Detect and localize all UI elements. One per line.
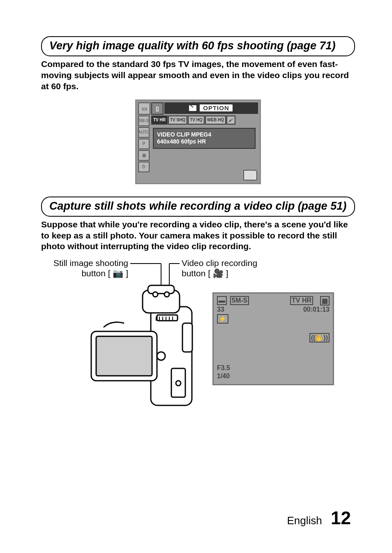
- svg-point-7: [153, 292, 158, 297]
- menu-message-line2: 640x480 60fps HR: [157, 138, 251, 146]
- osd-battery-icon: ▦: [320, 296, 330, 305]
- camera-illustration: [79, 282, 210, 414]
- svg-point-8: [164, 292, 169, 297]
- menu-message-line1: VIDEO CLIP MPEG4: [157, 131, 251, 139]
- side-item-4: ⏱: [138, 162, 150, 172]
- menu-tab-1: ▭: [138, 102, 150, 115]
- page-footer: English 12: [287, 508, 351, 528]
- wrench-icon: [189, 105, 196, 111]
- svg-rect-15: [157, 315, 178, 321]
- section-body-2: Suppose that while you're recording a vi…: [41, 219, 355, 252]
- side-item-3: ▦: [138, 150, 150, 161]
- osd-shutter: 1/40: [217, 373, 230, 380]
- osd-stabilizer-icon: ((🖐)): [309, 333, 330, 342]
- section-heading-2: Capture still shots while recording a vi…: [41, 197, 355, 217]
- osd-time: 00:01:13: [303, 306, 330, 313]
- svg-rect-11: [96, 336, 152, 376]
- mode-chip-0: TV HR: [151, 116, 168, 125]
- option-label: OPTION: [199, 104, 233, 112]
- svg-point-14: [176, 381, 181, 386]
- footer-language: English: [287, 514, 322, 527]
- svg-rect-9: [182, 323, 192, 352]
- osd-count: 33: [217, 306, 224, 313]
- svg-point-12: [157, 352, 165, 360]
- osd-tvhr: TV HR: [290, 296, 313, 305]
- side-item-2: P: [138, 139, 150, 149]
- footer-page-number: 12: [331, 508, 351, 528]
- section-body-1: Compared to the standard 30 fps TV image…: [41, 59, 355, 92]
- recording-osd: ▬ 5M-S 33 ⚡ TV HR ▦ 00:01:13 ((🖐)) F3.5 …: [212, 292, 334, 385]
- menu-tab-2: ▯: [151, 102, 164, 115]
- camera-menu-screenshot: ▭ ▯ OPTION 5M-S AUTO P ▦ ⏱ TV HR TV SHQ …: [135, 99, 261, 184]
- osd-aperture: F3.5: [217, 364, 230, 372]
- mode-chip-1: TV SHQ: [168, 116, 187, 125]
- svg-rect-6: [148, 285, 174, 294]
- mode-chip-3: WEB HQ: [205, 116, 226, 125]
- side-item-0: 5M-S: [138, 116, 150, 126]
- osd-card-icon: ▬: [217, 296, 227, 305]
- card-icon: [243, 170, 257, 180]
- mode-chip-4: 🎤: [226, 116, 235, 125]
- camera-diagram: Still image shootingbutton [ 📷 ] Video c…: [42, 259, 354, 416]
- menu-message: VIDEO CLIP MPEG4 640x480 60fps HR: [153, 128, 256, 149]
- osd-mode: 5M-S: [230, 296, 249, 305]
- osd-flash-icon: ⚡: [217, 314, 228, 324]
- mode-chip-2: TV HQ: [188, 116, 205, 125]
- section-heading-1: Very high image quality with 60 fps shoo…: [41, 36, 355, 56]
- menu-tab-option: OPTION: [164, 102, 258, 114]
- side-item-1: AUTO: [138, 127, 150, 138]
